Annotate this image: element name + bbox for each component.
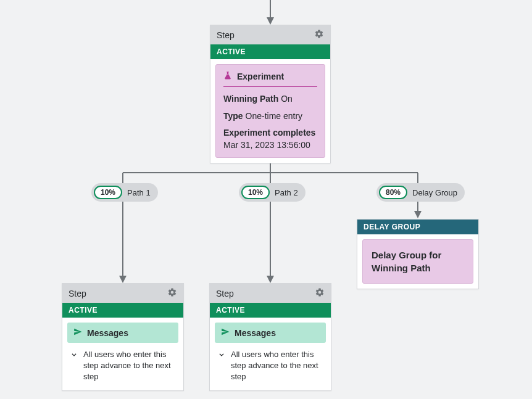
paper-plane-icon bbox=[73, 327, 82, 338]
path-pill-2[interactable]: 10% Path 2 bbox=[239, 183, 305, 202]
type-label: Type bbox=[223, 111, 243, 121]
pct-badge: 80% bbox=[379, 186, 407, 199]
experiment-step-card[interactable]: Step ACTIVE Experiment Winning Path On T… bbox=[210, 25, 331, 163]
paper-plane-icon bbox=[221, 327, 230, 338]
card-header: Step bbox=[210, 284, 331, 303]
arrow-down-icon bbox=[70, 349, 78, 361]
gear-icon[interactable] bbox=[314, 29, 324, 41]
delay-panel: Delay Group for Winning Path bbox=[362, 239, 473, 284]
message-step-card-2[interactable]: Step ACTIVE Messages All users who enter… bbox=[209, 283, 331, 391]
path-label: Path 2 bbox=[275, 188, 298, 197]
path-pill-1[interactable]: 10% Path 1 bbox=[91, 183, 158, 202]
card-header: Step bbox=[210, 25, 330, 44]
delay-status-badge: DELAY GROUP bbox=[357, 220, 478, 234]
advance-text: All users who enter this step advance to… bbox=[83, 349, 176, 383]
path-label: Path 1 bbox=[127, 188, 151, 197]
experiment-title: Experiment bbox=[237, 72, 284, 81]
card-header: Step bbox=[62, 284, 183, 303]
messages-label: Messages bbox=[235, 328, 276, 338]
delay-group-card[interactable]: DELAY GROUP Delay Group for Winning Path bbox=[357, 219, 479, 289]
step-label: Step bbox=[217, 30, 235, 40]
step-label: Step bbox=[216, 289, 234, 298]
advance-text: All users who enter this step advance to… bbox=[231, 349, 323, 383]
gear-icon[interactable] bbox=[167, 287, 177, 299]
messages-chip: Messages bbox=[67, 323, 178, 343]
pct-badge: 10% bbox=[241, 186, 270, 199]
message-step-card-1[interactable]: Step ACTIVE Messages All users who enter… bbox=[62, 283, 184, 391]
completes-value: Mar 31, 2023 13:56:00 bbox=[223, 139, 317, 152]
flask-icon bbox=[223, 71, 232, 81]
arrow-down-icon bbox=[217, 349, 226, 361]
gear-icon[interactable] bbox=[315, 287, 325, 299]
path-label: Delay Group bbox=[412, 188, 457, 197]
status-badge: ACTIVE bbox=[62, 303, 183, 318]
status-badge: ACTIVE bbox=[210, 44, 330, 59]
step-label: Step bbox=[69, 289, 86, 298]
pct-badge: 10% bbox=[94, 186, 122, 199]
advance-text-row: All users who enter this step advance to… bbox=[215, 349, 326, 385]
messages-label: Messages bbox=[87, 328, 128, 338]
winning-path-value: On bbox=[281, 94, 293, 104]
advance-text-row: All users who enter this step advance to… bbox=[67, 349, 178, 385]
winning-path-label: Winning Path bbox=[223, 94, 278, 104]
status-badge: ACTIVE bbox=[210, 303, 331, 318]
path-pill-delay[interactable]: 80% Delay Group bbox=[376, 183, 465, 202]
messages-chip: Messages bbox=[215, 323, 326, 343]
experiment-panel: Experiment Winning Path On Type One-time… bbox=[215, 64, 325, 158]
delay-text: Delay Group for Winning Path bbox=[372, 250, 441, 273]
type-value: One-time entry bbox=[246, 111, 303, 121]
completes-label: Experiment completes bbox=[223, 127, 317, 139]
